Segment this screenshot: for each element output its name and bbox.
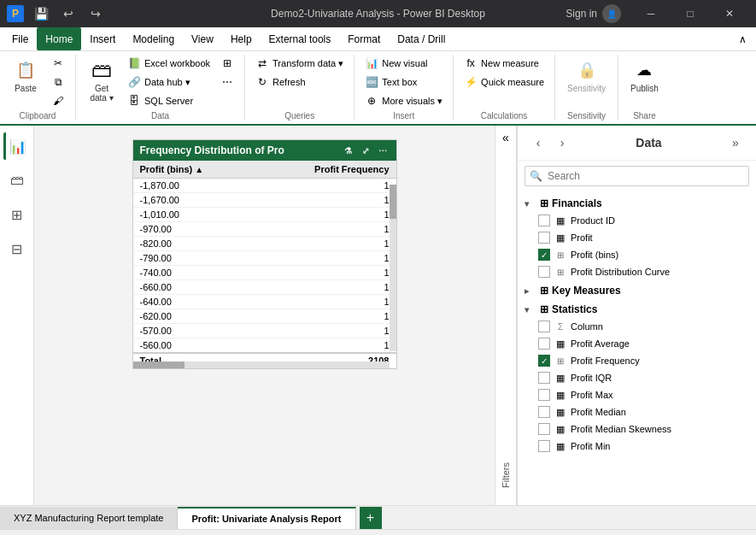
paste-button[interactable]: 📋 Paste <box>7 55 44 95</box>
visual-header: Frequency Distribution of Pro ⚗ ⤢ ⋯ <box>133 140 396 161</box>
tree-checkbox[interactable] <box>538 372 550 384</box>
tree-checkbox[interactable] <box>538 338 550 350</box>
tree-checkbox[interactable] <box>538 423 550 435</box>
data-hub-button[interactable]: 🔗 Data hub ▾ <box>124 73 214 91</box>
menu-insert[interactable]: Insert <box>81 27 124 50</box>
copy-icon: ⧉ <box>51 75 65 89</box>
more-visuals-button[interactable]: ⊕ More visuals ▾ <box>361 92 446 109</box>
copy-button[interactable]: ⧉ <box>48 73 68 91</box>
text-box-button[interactable]: 🔤 Text box <box>361 73 446 91</box>
tree-checkbox[interactable]: ✓ <box>538 355 550 367</box>
more-options-icon[interactable]: ⋯ <box>376 144 390 157</box>
format-painter-button[interactable]: 🖌 <box>48 92 68 109</box>
menu-external-tools[interactable]: External tools <box>261 27 340 50</box>
panel-back-btn[interactable]: ‹ <box>528 132 548 153</box>
refresh-icon: ↻ <box>255 75 269 89</box>
scrollbar-vertical[interactable] <box>390 185 396 351</box>
excel-workbook-button[interactable]: 📗 Excel workbook <box>124 55 214 72</box>
tree-checkbox[interactable] <box>538 266 550 278</box>
tree-item[interactable]: ΣColumn <box>518 318 756 335</box>
scroll-thumb-h[interactable] <box>133 362 185 368</box>
grid-button[interactable]: ⊞ <box>217 55 237 72</box>
data-extra: ⊞ ⋯ <box>217 55 237 91</box>
filters-label[interactable]: Filters <box>501 462 511 488</box>
tree-item[interactable]: ▦Profit IQR <box>518 369 756 386</box>
tree-section-header-key-measures[interactable]: ▸⊞Key Measures <box>518 282 756 299</box>
scroll-thumb-v[interactable] <box>390 185 396 219</box>
publish-button[interactable]: ☁ Publish <box>625 55 664 95</box>
sql-server-button[interactable]: 🗄 SQL Server <box>124 92 214 109</box>
panel-expand-btn[interactable]: » <box>725 132 746 153</box>
expand-icon[interactable]: ⤢ <box>359 144 372 157</box>
redo-btn[interactable]: ↪ <box>85 3 106 24</box>
new-visual-button[interactable]: 📊 New visual <box>361 55 446 72</box>
signin-area[interactable]: Sign in 👤 <box>566 4 621 23</box>
refresh-button[interactable]: ↻ Refresh <box>252 73 347 91</box>
menu-view[interactable]: View <box>183 27 222 50</box>
tree-item[interactable]: ▦Profit Max <box>518 386 756 403</box>
zoom-plus-btn[interactable]: + <box>701 532 708 536</box>
get-data-button[interactable]: 🗃 Getdata ▾ <box>83 55 120 104</box>
zoom-control: ─ + 90% <box>635 532 730 536</box>
tree-checkbox[interactable] <box>538 232 550 244</box>
sidebar-data-icon[interactable]: 🗃 <box>3 167 31 194</box>
table-row: -620.001 <box>133 309 396 324</box>
quick-measure-button[interactable]: ⚡ Quick measure <box>460 73 548 91</box>
menu-bar: File Home Insert Modeling View Help Exte… <box>0 27 756 51</box>
tree-checkbox[interactable] <box>538 406 550 418</box>
data-hub-icon: 🔗 <box>127 75 141 89</box>
tree-item[interactable]: ▦Profit Median <box>518 403 756 420</box>
tree-checkbox[interactable] <box>538 440 550 452</box>
bottom-tab[interactable]: XYZ Manufacturing Report template <box>0 507 178 529</box>
maximize-btn[interactable]: □ <box>671 0 710 27</box>
field-icon: ▦ <box>554 337 567 350</box>
tree-item[interactable]: ✓⊞Profit (bins) <box>518 246 756 263</box>
tree-checkbox[interactable] <box>538 389 550 401</box>
sensitivity-button[interactable]: 🔒 Sensitivity <box>562 55 611 95</box>
menu-format[interactable]: Format <box>339 27 389 50</box>
tree-section-header-statistics[interactable]: ▾⊞Statistics <box>518 301 756 318</box>
bottom-tab[interactable]: Profit: Univariate Analysis Report <box>178 507 355 529</box>
more-data-button[interactable]: ⋯ <box>217 73 237 91</box>
tree-item[interactable]: ▦Profit <box>518 229 756 246</box>
tree-checkbox[interactable] <box>538 320 550 332</box>
undo-btn[interactable]: ↩ <box>58 3 79 24</box>
sidebar-model-icon[interactable]: ⊞ <box>3 201 31 228</box>
tree-checkbox[interactable]: ✓ <box>538 249 550 261</box>
minimize-btn[interactable]: ─ <box>631 0 671 27</box>
tree-section-header-financials[interactable]: ▾⊞Financials <box>518 195 756 212</box>
ribbon-collapse-btn[interactable]: ∧ <box>732 29 753 50</box>
search-input[interactable] <box>525 166 749 186</box>
add-tab-button[interactable]: + <box>360 507 382 529</box>
filters-toggle-btn[interactable]: « <box>497 129 514 146</box>
panel-forward-btn[interactable]: › <box>552 132 572 153</box>
field-icon: ▦ <box>554 422 567 436</box>
filter-icon[interactable]: ⚗ <box>342 144 355 157</box>
panel-header: ‹ › Data » <box>518 126 756 161</box>
tree-item[interactable]: ▦Profit Median Skewness <box>518 420 756 438</box>
tree-item[interactable]: ▦Profit Min <box>518 438 756 455</box>
publish-icon: ☁ <box>630 56 658 84</box>
menu-file[interactable]: File <box>3 27 37 50</box>
menu-data-drill[interactable]: Data / Drill <box>389 27 454 50</box>
menu-modeling[interactable]: Modeling <box>124 27 183 50</box>
scrollbar-horizontal[interactable] <box>133 362 390 368</box>
sidebar-report-icon[interactable]: 📊 <box>3 132 31 160</box>
save-btn[interactable]: 💾 <box>31 3 51 24</box>
zoom-minus-btn[interactable]: ─ <box>635 532 643 536</box>
col-header-freq[interactable]: Profit Frequency <box>255 161 396 179</box>
tree-item[interactable]: ⊞Profit Distribution Curve <box>518 263 756 280</box>
col-header-bins[interactable]: Profit (bins) ▲ <box>133 161 256 179</box>
tree-item[interactable]: ✓⊞Profit Frequency <box>518 352 756 369</box>
tree-checkbox[interactable] <box>538 215 550 226</box>
chevron-icon: ▾ <box>525 305 538 315</box>
transform-data-button[interactable]: ⇄ Transform data ▾ <box>252 55 347 72</box>
menu-help[interactable]: Help <box>222 27 261 50</box>
tree-item[interactable]: ▦Product ID <box>518 212 756 229</box>
cut-button[interactable]: ✂ <box>48 55 68 72</box>
sidebar-dax-icon[interactable]: ⊟ <box>3 235 31 262</box>
new-measure-button[interactable]: fx New measure <box>460 55 548 72</box>
tree-item[interactable]: ▦Profit Average <box>518 335 756 352</box>
menu-home[interactable]: Home <box>37 27 81 50</box>
close-btn[interactable]: ✕ <box>710 0 749 27</box>
